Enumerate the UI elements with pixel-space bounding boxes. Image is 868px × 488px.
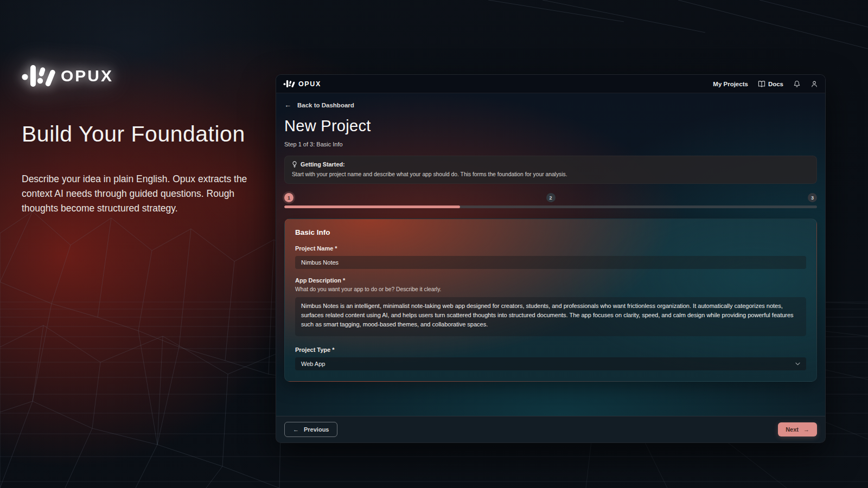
app-logo-text: OPUX bbox=[298, 80, 321, 88]
previous-arrow-icon: ← bbox=[293, 426, 299, 433]
nav-my-projects-label: My Projects bbox=[713, 81, 748, 87]
step-1-marker[interactable]: 1 bbox=[284, 193, 293, 202]
opux-logo: OPUX bbox=[22, 64, 260, 88]
book-icon bbox=[758, 80, 765, 88]
app-logo[interactable]: OPUX bbox=[283, 80, 321, 88]
app-top-bar: OPUX My Projects Docs bbox=[276, 75, 825, 93]
bell-icon bbox=[793, 80, 801, 88]
previous-label: Previous bbox=[304, 426, 329, 433]
user-icon bbox=[810, 80, 818, 88]
previous-button[interactable]: ← Previous bbox=[284, 422, 337, 437]
project-name-label: Project Name * bbox=[295, 245, 806, 252]
basic-info-card: Basic Info Project Name * App Descriptio… bbox=[284, 219, 817, 382]
project-type-value: Web App bbox=[301, 361, 325, 367]
tip-title-row: Getting Started: bbox=[292, 161, 809, 168]
hero-description: Describe your idea in plain English. Opu… bbox=[22, 172, 250, 216]
opux-logo-text: OPUX bbox=[61, 67, 113, 85]
page-title: New Project bbox=[284, 117, 817, 135]
step-2-marker[interactable]: 2 bbox=[546, 193, 556, 202]
hero-panel: OPUX Build Your Foundation Describe your… bbox=[22, 64, 260, 216]
next-arrow-icon: → bbox=[803, 426, 809, 433]
nav-docs-label: Docs bbox=[768, 81, 783, 87]
hero-heading: Build Your Foundation bbox=[22, 121, 260, 147]
lightbulb-icon bbox=[292, 161, 297, 168]
progress-steps: 1 2 3 bbox=[284, 193, 817, 202]
project-type-label: Project Type * bbox=[295, 346, 806, 353]
account-button[interactable] bbox=[810, 80, 818, 88]
notifications-button[interactable] bbox=[793, 80, 801, 88]
next-button[interactable]: Next → bbox=[778, 422, 817, 436]
progress-fill bbox=[284, 206, 460, 208]
step-indicator-label: Step 1 of 3: Basic Info bbox=[284, 141, 817, 147]
wizard-footer: ← Previous Next → bbox=[276, 416, 825, 442]
back-link-label: Back to Dashboard bbox=[297, 102, 354, 108]
card-title: Basic Info bbox=[295, 228, 806, 236]
opux-logo-icon bbox=[22, 64, 55, 88]
project-type-select[interactable]: Web App bbox=[295, 357, 806, 370]
opux-logo-icon-small bbox=[283, 80, 295, 88]
app-window: OPUX My Projects Docs bbox=[276, 74, 826, 443]
app-description-helper: What do you want your app to do or be? D… bbox=[295, 286, 806, 292]
app-description-textarea[interactable] bbox=[295, 297, 806, 336]
nav-docs[interactable]: Docs bbox=[758, 80, 783, 88]
chevron-down-icon bbox=[795, 362, 800, 365]
back-arrow-icon: ← bbox=[284, 101, 291, 109]
step-3-marker[interactable]: 3 bbox=[808, 193, 817, 202]
app-content: ← Back to Dashboard New Project Step 1 o… bbox=[276, 93, 825, 416]
next-label: Next bbox=[786, 426, 799, 433]
nav-my-projects[interactable]: My Projects bbox=[713, 81, 748, 87]
tip-title: Getting Started: bbox=[301, 161, 345, 168]
progress-bar-track bbox=[284, 206, 817, 208]
project-name-input[interactable] bbox=[295, 256, 806, 269]
getting-started-tip: Getting Started: Start with your project… bbox=[284, 156, 817, 184]
app-nav: My Projects Docs bbox=[713, 80, 818, 88]
app-description-label: App Description * bbox=[295, 277, 806, 284]
tip-body: Start with your project name and describ… bbox=[292, 171, 809, 177]
back-to-dashboard-link[interactable]: ← Back to Dashboard bbox=[284, 101, 817, 109]
